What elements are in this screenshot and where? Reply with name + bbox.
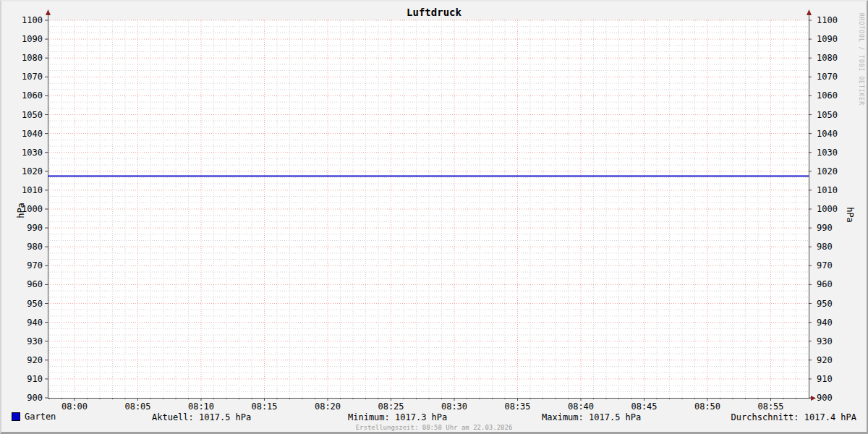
svg-text:08:35: 08:35: [504, 401, 530, 412]
svg-text:08:55: 08:55: [757, 401, 783, 412]
svg-text:1000: 1000: [817, 204, 838, 214]
svg-text:910: 910: [817, 374, 833, 384]
svg-text:1020: 1020: [22, 166, 43, 176]
series-label: Garten: [25, 412, 56, 422]
svg-text:920: 920: [817, 355, 833, 365]
svg-text:1060: 1060: [22, 90, 43, 101]
svg-text:1070: 1070: [817, 72, 838, 82]
svg-text:900: 900: [27, 393, 43, 403]
svg-text:990: 990: [817, 223, 833, 233]
svg-text:1050: 1050: [22, 110, 43, 120]
y-axis-label-left: hPa: [16, 203, 26, 218]
svg-text:960: 960: [817, 279, 833, 289]
svg-text:1040: 1040: [817, 129, 838, 139]
svg-text:940: 940: [817, 318, 833, 328]
stat-aktuell: Aktuell: 1017.5 hPa: [152, 412, 251, 422]
stat-durchschnitt: Durchschnitt: 1017.4 hPA: [731, 412, 856, 422]
svg-text:910: 910: [27, 374, 43, 384]
svg-text:1010: 1010: [817, 185, 838, 195]
svg-text:980: 980: [817, 242, 833, 252]
svg-text:1010: 1010: [22, 185, 43, 195]
svg-text:990: 990: [27, 223, 43, 233]
rrdtool-graph: 9009009109109209209309309409409509509609…: [0, 0, 868, 434]
svg-text:08:45: 08:45: [631, 401, 657, 412]
legend-item-garten: Garten: [12, 412, 56, 422]
svg-text:930: 930: [27, 336, 43, 346]
svg-text:1070: 1070: [22, 72, 43, 82]
pressure-chart: 9009009109109209209309309409409509509609…: [0, 0, 868, 434]
svg-text:08:25: 08:25: [378, 401, 404, 412]
svg-text:08:30: 08:30: [441, 401, 467, 412]
svg-text:08:00: 08:00: [61, 401, 88, 412]
svg-text:940: 940: [27, 318, 43, 328]
svg-text:08:20: 08:20: [315, 401, 341, 412]
svg-text:08:05: 08:05: [124, 401, 150, 412]
svg-text:08:15: 08:15: [251, 401, 277, 412]
svg-text:970: 970: [27, 260, 43, 271]
svg-text:920: 920: [27, 355, 43, 365]
legend-row: Garten Aktuell: 1017.5 hPa Minimum: 1017…: [1, 412, 867, 423]
y-axis-label-right: hPa: [845, 207, 855, 223]
rrdtool-watermark: RRDTOOL / TOBI OETIKER: [858, 13, 864, 106]
svg-text:970: 970: [817, 260, 833, 271]
svg-text:980: 980: [27, 242, 43, 252]
stat-maximum: Maximum: 1017.5 hPa: [542, 412, 641, 422]
stat-minimum: Minimum: 1017.3 hPa: [348, 412, 447, 422]
creation-timestamp: Erstellungszeit: 08:58 Uhr am 22.03.2026: [1, 424, 867, 431]
svg-text:1090: 1090: [817, 34, 838, 44]
svg-text:1040: 1040: [22, 129, 43, 139]
svg-text:08:40: 08:40: [568, 401, 594, 412]
svg-text:1080: 1080: [817, 53, 838, 63]
svg-text:08:50: 08:50: [694, 401, 720, 412]
svg-text:1030: 1030: [22, 148, 43, 158]
svg-text:08:10: 08:10: [188, 401, 214, 412]
svg-text:1050: 1050: [817, 110, 838, 120]
svg-text:950: 950: [817, 299, 833, 309]
svg-text:1090: 1090: [22, 34, 43, 44]
svg-text:1020: 1020: [817, 166, 838, 176]
page-title: Luftdruck: [1, 7, 867, 18]
svg-text:1080: 1080: [22, 53, 43, 63]
svg-text:960: 960: [27, 279, 43, 289]
svg-text:930: 930: [817, 336, 833, 346]
svg-text:1060: 1060: [817, 90, 838, 101]
svg-text:900: 900: [817, 393, 833, 403]
svg-text:950: 950: [27, 299, 43, 309]
svg-text:1030: 1030: [817, 148, 838, 158]
series-color-swatch: [12, 412, 20, 421]
